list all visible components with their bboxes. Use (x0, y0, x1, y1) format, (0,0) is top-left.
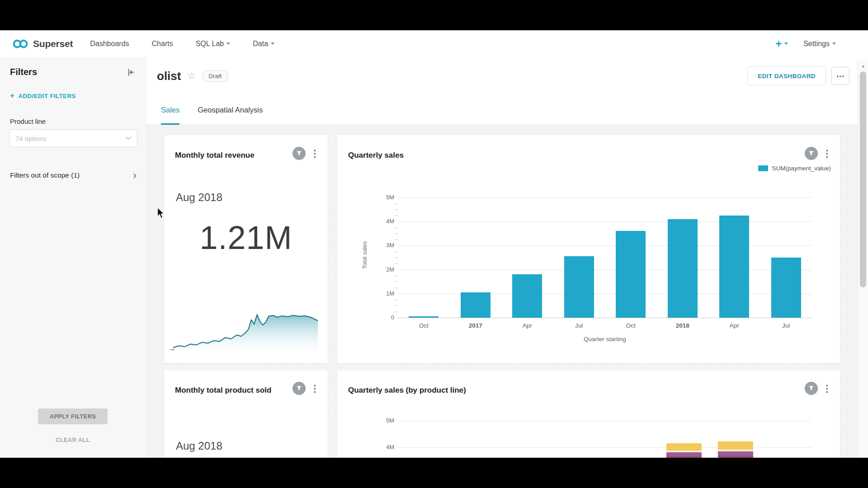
apply-filters-button[interactable]: APPLY FILTERS (38, 408, 108, 424)
chart-controls: ⋮ (292, 147, 320, 160)
bar-slot (657, 219, 709, 318)
card-monthly-total-product-sold: Monthly total product sold ⋮ Aug 2018 (164, 370, 328, 458)
stack-segment (718, 441, 753, 450)
kebab-menu-icon[interactable]: ⋮ (822, 384, 832, 393)
status-badge: Draft (202, 70, 228, 82)
big-number-subtitle: Aug 2018 (176, 440, 222, 452)
bar-slot (501, 274, 553, 318)
filter-indicator-icon[interactable] (292, 382, 306, 395)
bar[interactable] (771, 258, 801, 318)
bar-slot (605, 231, 657, 318)
y-tick-label: 0 (376, 314, 394, 321)
mouse-cursor (157, 207, 167, 219)
letterbox-bottom (0, 458, 868, 488)
nav-item-data[interactable]: Data (253, 40, 274, 48)
scroll-up-icon[interactable]: ▲ (858, 61, 868, 70)
collapse-filters-button[interactable] (127, 68, 136, 79)
chart-legend[interactable]: SUM(payment_value) (758, 165, 831, 172)
tab-sales[interactable]: Sales (161, 95, 179, 125)
bar[interactable] (512, 274, 542, 318)
chart-title: Monthly total product sold (175, 385, 279, 396)
bar-slot (760, 258, 812, 318)
nav-item-dashboards[interactable]: Dashboards (90, 40, 129, 48)
big-number-subtitle: Aug 2018 (176, 191, 222, 204)
dashboard-main: olist ☆ Draft EDIT DASHBOARD ⋯ Sales Geo… (146, 57, 858, 458)
product-line-select[interactable]: 74 options (9, 129, 137, 147)
top-navbar: Superset Dashboards Charts SQL Lab Data … (0, 30, 858, 57)
bar[interactable] (616, 231, 646, 318)
chevron-down-icon (226, 42, 230, 45)
card-monthly-total-revenue: Monthly total revenue ⋮ Aug 2018 1.21M (164, 135, 328, 364)
y-tick-label: 5M (376, 194, 394, 201)
bar[interactable] (409, 316, 439, 318)
bar[interactable] (668, 219, 698, 318)
select-value: 74 options (15, 135, 47, 142)
chart-title: Monthly total revenue (175, 150, 288, 161)
x-tick-label: Jul (553, 322, 605, 329)
card-quarterly-sales-by-product-line: Quarterly sales (by product line) ⋮ 5M4M (337, 370, 840, 458)
x-tick-label: Apr (708, 322, 760, 329)
gridline (398, 318, 812, 318)
x-axis-labels: Oct2017AprJulOct2018AprJul (398, 322, 812, 329)
y-tick-label: 2M (376, 266, 394, 273)
clear-all-button[interactable]: CLEAR ALL (38, 436, 108, 443)
bar[interactable] (719, 216, 749, 318)
bar-chart-plot: 5M4M3M2M1M0 (398, 197, 812, 318)
kebab-menu-icon[interactable]: ⋮ (822, 149, 832, 158)
bar[interactable] (564, 256, 594, 318)
stacked-bar[interactable] (718, 441, 753, 458)
gridline (398, 421, 812, 421)
bar-series (398, 197, 812, 318)
x-tick-label: 2018 (657, 322, 709, 329)
new-item-button[interactable]: + (775, 38, 788, 49)
card-quarterly-sales: Quarterly sales ⋮ SUM(payment_value) Tot… (337, 135, 840, 364)
bar[interactable] (461, 292, 491, 318)
plus-icon: + (10, 91, 14, 100)
x-tick-label: Oct (605, 322, 657, 329)
filter-name-label: Product line (10, 117, 46, 125)
filter-indicator-icon[interactable] (292, 147, 306, 160)
bar-slot (450, 292, 502, 318)
stack-segment (718, 451, 753, 456)
favorite-star-icon[interactable]: ☆ (187, 70, 196, 81)
nav-right: + Settings (775, 38, 858, 49)
chart-controls: ⋮ (805, 147, 832, 160)
y-tick-label: 4M (376, 444, 394, 450)
bar-slot (708, 216, 760, 318)
add-edit-filters-button[interactable]: + ADD/EDIT FILTERS (10, 91, 76, 100)
superset-logo-icon (12, 38, 29, 49)
screen: Superset Dashboards Charts SQL Lab Data … (0, 0, 868, 488)
stacked-bar[interactable] (666, 443, 702, 458)
y-tick-label: 5M (376, 417, 394, 424)
nav-item-charts[interactable]: Charts (152, 40, 173, 48)
tab-geospatial-analysis[interactable]: Geospatial Analysis (198, 95, 263, 125)
bar-slot (553, 256, 605, 318)
x-axis-title: Quarter starting (398, 336, 812, 343)
dashboard-tabs: Sales Geospatial Analysis (146, 95, 858, 125)
kebab-menu-icon[interactable]: ⋮ (310, 149, 320, 158)
scrollbar-thumb[interactable] (860, 71, 866, 287)
edit-dashboard-button[interactable]: EDIT DASHBOARD (747, 66, 826, 85)
filters-out-of-scope-row[interactable]: Filters out of scope (1) › (10, 170, 137, 181)
page-title: olist (157, 69, 181, 83)
stack-segment (666, 452, 702, 456)
kebab-menu-icon[interactable]: ⋮ (310, 384, 320, 393)
x-tick-label: Apr (501, 322, 553, 329)
x-tick-label: Jul (760, 322, 812, 329)
superset-app: Superset Dashboards Charts SQL Lab Data … (0, 30, 868, 458)
legend-label: SUM(payment_value) (772, 165, 831, 172)
y-tick-label: 4M (376, 218, 394, 225)
vertical-scrollbar[interactable]: ▲ ▼ (858, 61, 868, 488)
dashboard-header: olist ☆ Draft EDIT DASHBOARD ⋯ (146, 57, 858, 95)
y-tick-label: 1M (376, 290, 394, 297)
chevron-down-icon (784, 42, 788, 45)
settings-menu[interactable]: Settings (803, 40, 836, 48)
x-tick-label: 2017 (450, 322, 502, 329)
filter-indicator-icon[interactable] (805, 147, 818, 160)
nav-item-sql-lab[interactable]: SQL Lab (196, 40, 231, 48)
legend-swatch (758, 165, 768, 171)
more-options-button[interactable]: ⋯ (831, 67, 849, 85)
letterbox-top (0, 0, 868, 30)
chevron-right-icon: › (133, 170, 137, 181)
stacked-bar-chart-plot: 5M4M (398, 370, 812, 458)
